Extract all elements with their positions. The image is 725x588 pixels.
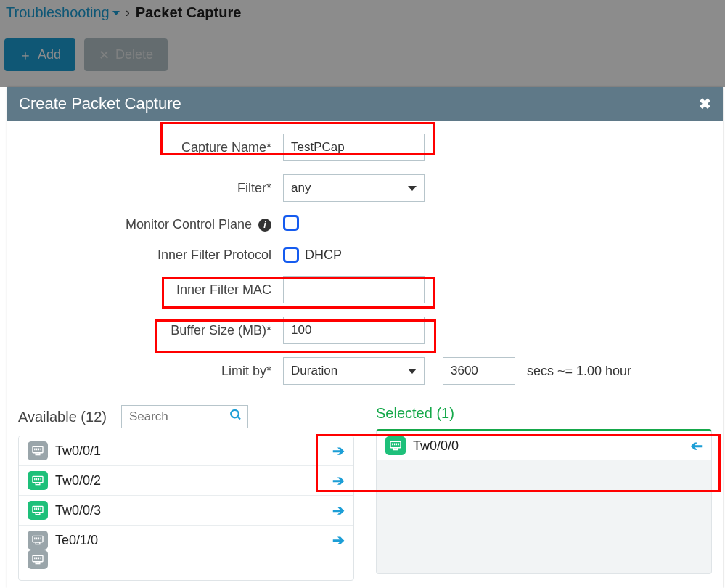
svg-rect-26 [33,555,43,561]
arrow-right-icon[interactable]: ➔ [332,531,345,549]
selected-column: Selected (1) Tw0/0/0➔ [376,405,712,581]
capture-name-input[interactable] [283,134,425,161]
ethernet-port-icon [28,531,48,550]
svg-rect-27 [36,562,40,564]
svg-rect-2 [33,446,43,452]
arrow-right-icon[interactable]: ➔ [332,442,345,460]
interface-label: Tw0/0/3 [55,503,101,518]
filter-select[interactable]: any [283,174,425,202]
svg-rect-14 [33,506,43,512]
row-capture-name: Capture Name* [15,134,716,161]
row-inner-filter-mac: Inner Filter MAC [15,276,716,303]
ethernet-port-icon [28,471,48,490]
search-wrap [121,405,248,428]
mcp-checkbox[interactable] [283,215,299,231]
selected-list[interactable]: Tw0/0/0➔ [376,429,712,574]
row-buffer-size: Buffer Size (MB)* [15,317,716,344]
available-list[interactable]: Tw0/0/1➔ Tw0/0/2➔ Tw0/0/3➔ Te0/1/0➔ [18,436,354,581]
buffer-input[interactable] [283,317,425,344]
svg-rect-32 [390,441,401,447]
interface-label: Tw0/0/2 [55,473,101,489]
info-icon[interactable]: i [258,219,271,232]
svg-rect-15 [36,513,40,515]
limit-mode-select[interactable]: Duration [283,357,425,385]
ifmac-label: Inner Filter MAC [15,282,283,298]
arrow-right-icon[interactable]: ➔ [332,502,345,519]
row-limit-by: Limit by* Duration secs ~= 1.00 hour [15,357,716,385]
chevron-down-icon [408,186,417,191]
buffer-label: Buffer Size (MB)* [15,323,283,338]
list-item[interactable]: Tw0/0/2➔ [19,466,353,496]
ifp-option-label: DHCP [305,248,342,263]
row-monitor-control-plane: Monitor Control Plane i [15,215,716,234]
list-item[interactable]: Tw0/0/1➔ [19,436,353,466]
ethernet-port-icon [28,550,48,569]
filter-value: any [291,181,311,195]
available-title: Available (12) [18,409,107,425]
svg-line-1 [237,417,240,420]
arrow-left-icon[interactable]: ➔ [690,437,703,454]
create-packet-capture-modal: Create Packet Capture ✖ Capture Name* Fi… [7,87,723,588]
limit-mode-value: Duration [291,364,337,378]
ifp-dhcp-checkbox[interactable] [283,247,299,263]
svg-rect-3 [36,453,40,455]
ethernet-port-icon [28,441,48,460]
mcp-label: Monitor Control Plane i [15,217,283,232]
ethernet-port-icon [28,501,48,520]
ifmac-input[interactable] [283,276,425,303]
svg-rect-8 [33,476,43,482]
modal-backdrop [0,0,725,87]
svg-rect-33 [393,448,398,450]
arrow-right-icon[interactable]: ➔ [332,472,345,489]
chevron-down-icon [408,369,417,374]
interface-label: Te0/1/0 [55,533,98,548]
modal-title: Create Packet Capture [19,94,181,113]
limit-label: Limit by* [15,364,283,379]
list-item[interactable]: Tw0/0/3➔ [19,496,353,526]
modal-header: Create Packet Capture ✖ [7,87,723,121]
list-item[interactable]: Te0/1/0➔ [19,526,353,555]
interface-label: Tw0/0/0 [413,438,459,454]
ethernet-port-icon [385,436,406,455]
row-filter: Filter* any [15,174,716,202]
list-item[interactable]: Tw0/0/0➔ [377,431,711,460]
row-inner-filter-protocol: Inner Filter Protocol DHCP [15,247,716,263]
filter-label: Filter* [15,181,283,196]
svg-rect-20 [33,536,43,542]
svg-point-0 [231,410,239,418]
form: Capture Name* Filter* any Monitor Contro… [7,121,723,385]
close-icon[interactable]: ✖ [699,95,711,113]
interface-label: Tw0/0/1 [55,444,101,459]
svg-rect-9 [36,483,40,485]
svg-rect-21 [36,542,40,544]
selected-title: Selected (1) [376,405,454,422]
capture-name-label: Capture Name* [15,140,283,155]
ifp-label: Inner Filter Protocol [15,248,283,263]
limit-hint: secs ~= 1.00 hour [527,364,631,379]
interface-picker: Available (12) Tw0/0/1➔ Tw0/0/2➔ [7,398,723,581]
search-icon[interactable] [229,409,242,425]
available-column: Available (12) Tw0/0/1➔ Tw0/0/2➔ [18,405,354,581]
limit-value-input[interactable] [443,357,515,385]
